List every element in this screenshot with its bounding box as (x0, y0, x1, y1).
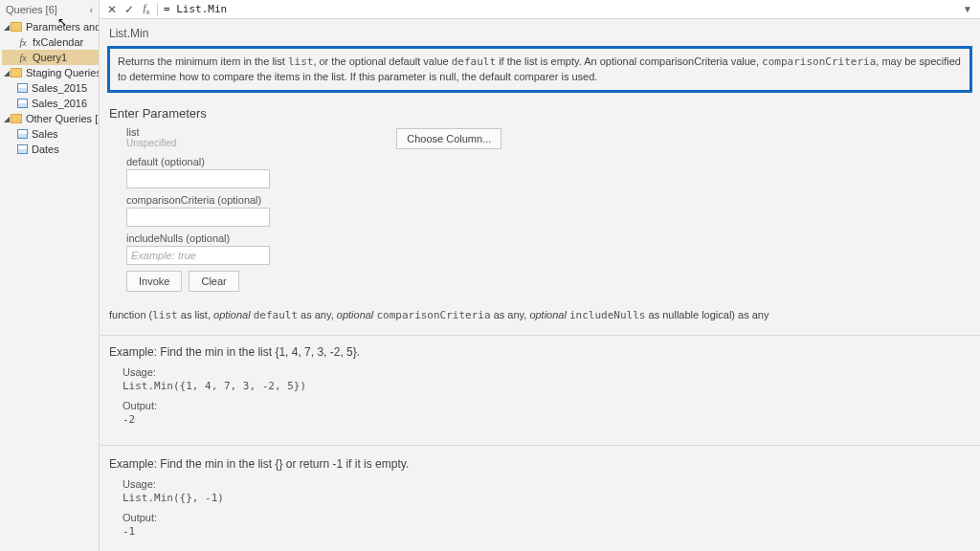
param-label-includenulls: includeNulls (optional) (126, 232, 970, 244)
sig-text: function ( (109, 309, 152, 320)
tree-item-label: Query1 (33, 52, 67, 63)
param-label-list: list Unspecified (126, 126, 176, 148)
param-label-text: list (126, 126, 139, 138)
tree-item-label: Sales_2016 (32, 98, 87, 109)
function-signature: function (list as list, optional default… (100, 299, 980, 336)
formula-bar: ✕ ✓ fx ▼ (100, 0, 980, 19)
table-icon (17, 129, 28, 139)
function-description: Returns the minimum item in the list lis… (107, 46, 972, 93)
tree-group-parameters[interactable]: ◢ Parameters and Fu... (2, 19, 99, 34)
usage-label: Usage: (122, 478, 970, 490)
sig-optional: optional (529, 309, 567, 320)
desc-text: Returns the minimum item in the list (118, 55, 288, 67)
caret-icon: ◢ (4, 115, 10, 123)
usage-code: List.Min({}, -1) (122, 492, 970, 504)
function-name: List.Min (100, 19, 980, 46)
desc-code: list (288, 55, 314, 68)
sidebar-collapse-icon[interactable]: ‹ (90, 5, 93, 15)
table-icon (17, 144, 28, 154)
sig-text: as any, (298, 309, 337, 320)
tree-item-label: fxCalendar (33, 36, 83, 48)
tree-group-label: Staging Queries [2] (26, 67, 99, 78)
tree-group-label: Parameters and Fu... (26, 21, 99, 33)
tree-item-label: Sales_2015 (32, 82, 87, 94)
tree-item-sales2016[interactable]: Sales_2016 (2, 96, 99, 111)
output-label: Output: (122, 512, 970, 523)
main-panel: ✕ ✓ fx ▼ List.Min Returns the minimum it… (100, 0, 980, 551)
tree-item-fxcalendar[interactable]: fx fxCalendar (2, 34, 99, 50)
sig-text: as nullable logical) as any (645, 309, 768, 320)
tree-item-label: Sales (32, 128, 58, 140)
example-title: Example: Find the min in the list {} or … (109, 457, 970, 471)
output-code: -1 (122, 525, 970, 538)
param-input-comparison[interactable] (126, 208, 270, 227)
tree-item-sales[interactable]: Sales (2, 126, 99, 142)
tree-item-query1[interactable]: fx Query1 (2, 50, 99, 65)
divider (157, 3, 158, 16)
sidebar-title: Queries [6] (6, 4, 57, 15)
formula-input[interactable] (160, 3, 959, 15)
tree-group-staging[interactable]: ◢ Staging Queries [2] (2, 65, 99, 80)
example-title: Example: Find the min in the list {1, 4,… (109, 345, 970, 359)
usage-code: List.Min({1, 4, 7, 3, -2, 5}) (122, 380, 970, 392)
example-block: Example: Find the min in the list {1, 4,… (100, 336, 980, 439)
tree-item-sales2015[interactable]: Sales_2015 (2, 80, 99, 96)
choose-column-button[interactable]: Choose Column... (396, 128, 501, 149)
tree-item-dates[interactable]: Dates (2, 142, 99, 157)
usage-label: Usage: (122, 366, 970, 378)
tree-group-label: Other Queries [2] (26, 113, 99, 124)
clear-button[interactable]: Clear (189, 271, 238, 292)
param-label-default: default (optional) (126, 156, 970, 167)
tree-item-label: Dates (32, 143, 59, 155)
param-input-includenulls[interactable] (126, 246, 270, 265)
folder-icon (11, 68, 22, 77)
queries-sidebar: Queries [6] ‹ ↖ ◢ Parameters and Fu... f… (0, 0, 100, 551)
fx-icon[interactable]: fx (138, 2, 155, 16)
example-block: Example: Find the min in the list {} or … (100, 445, 980, 551)
caret-icon: ◢ (4, 69, 10, 77)
caret-icon: ◢ (4, 23, 10, 32)
output-code: -2 (122, 413, 970, 426)
sig-code: default (254, 309, 298, 321)
desc-code: comparisonCriteria (762, 55, 876, 68)
sig-text: as any, (491, 309, 530, 320)
formula-cancel-icon[interactable]: ✕ (103, 3, 121, 16)
sig-code: list (152, 309, 178, 321)
enter-parameters-heading: Enter Parameters (100, 102, 980, 126)
desc-code: default (452, 55, 496, 68)
desc-text: if the list is empty. An optional compar… (496, 55, 762, 67)
desc-text: , or the optional default value (313, 55, 451, 67)
folder-icon (11, 114, 22, 123)
formula-expand-icon[interactable]: ▼ (959, 4, 976, 14)
sig-code: includeNulls (569, 309, 645, 321)
queries-tree: ◢ Parameters and Fu... fx fxCalendar fx … (0, 19, 99, 157)
sig-optional: optional (337, 309, 374, 320)
parameters-panel: list Unspecified Choose Column... defaul… (100, 126, 980, 299)
table-icon (17, 83, 28, 93)
param-input-default[interactable] (126, 169, 270, 188)
sig-optional: optional (213, 309, 251, 320)
folder-icon (11, 22, 22, 32)
param-label-comparison: comparisonCriteria (optional) (126, 194, 970, 206)
tree-group-other[interactable]: ◢ Other Queries [2] (2, 111, 99, 126)
param-unspecified: Unspecified (126, 138, 176, 148)
sig-code: comparisonCriteria (376, 309, 490, 321)
fx-icon: fx (17, 53, 29, 63)
invoke-button[interactable]: Invoke (126, 271, 182, 292)
output-label: Output: (122, 400, 970, 411)
formula-accept-icon[interactable]: ✓ (121, 3, 138, 16)
fx-icon: fx (17, 37, 29, 48)
sig-text: as list, (178, 309, 213, 320)
table-icon (17, 99, 28, 108)
